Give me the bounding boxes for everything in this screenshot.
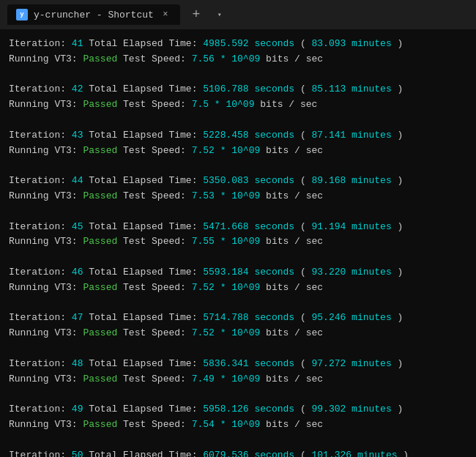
running-vt3-line: Running VT3: Passed Test Speed: 7.56 * 1… <box>9 52 467 67</box>
iteration-line: Iteration: 47 Total Elapsed Time: 5714.7… <box>9 311 467 326</box>
running-vt3-line: Running VT3: Passed Test Speed: 7.49 * 1… <box>9 372 467 387</box>
iteration-line: Iteration: 42 Total Elapsed Time: 5106.7… <box>9 82 467 97</box>
iteration-line: Iteration: 45 Total Elapsed Time: 5471.6… <box>9 220 467 235</box>
running-vt3-line: Running VT3: Passed Test Speed: 7.53 * 1… <box>9 189 467 204</box>
running-vt3-line: Running VT3: Passed Test Speed: 7.52 * 1… <box>9 144 467 159</box>
tab-icon: y <box>16 9 28 21</box>
terminal: Iteration: 41 Total Elapsed Time: 4985.5… <box>0 29 476 457</box>
running-vt3-line: Running VT3: Passed Test Speed: 7.52 * 1… <box>9 326 467 341</box>
new-tab-button[interactable]: + <box>186 4 207 25</box>
iteration-line: Iteration: 50 Total Elapsed Time: 6079.5… <box>9 448 467 457</box>
close-icon[interactable]: × <box>160 9 171 21</box>
tab-title: y-cruncher - Shortcut <box>34 10 154 21</box>
dropdown-button[interactable]: ▾ <box>212 7 227 22</box>
iteration-line: Iteration: 49 Total Elapsed Time: 5958.1… <box>9 402 467 417</box>
iteration-line: Iteration: 43 Total Elapsed Time: 5228.4… <box>9 128 467 144</box>
tab[interactable]: y y-cruncher - Shortcut × <box>7 4 180 25</box>
iteration-line: Iteration: 41 Total Elapsed Time: 4985.5… <box>9 37 467 52</box>
title-bar: y y-cruncher - Shortcut × + ▾ <box>0 0 476 29</box>
iteration-line: Iteration: 48 Total Elapsed Time: 5836.3… <box>9 357 467 372</box>
running-vt3-line: Running VT3: Passed Test Speed: 7.52 * 1… <box>9 280 467 296</box>
iteration-line: Iteration: 44 Total Elapsed Time: 5350.0… <box>9 174 467 189</box>
running-vt3-line: Running VT3: Passed Test Speed: 7.54 * 1… <box>9 417 467 433</box>
running-vt3-line: Running VT3: Passed Test Speed: 7.5 * 10… <box>9 97 467 113</box>
running-vt3-line: Running VT3: Passed Test Speed: 7.55 * 1… <box>9 234 467 250</box>
iteration-line: Iteration: 46 Total Elapsed Time: 5593.1… <box>9 265 467 280</box>
